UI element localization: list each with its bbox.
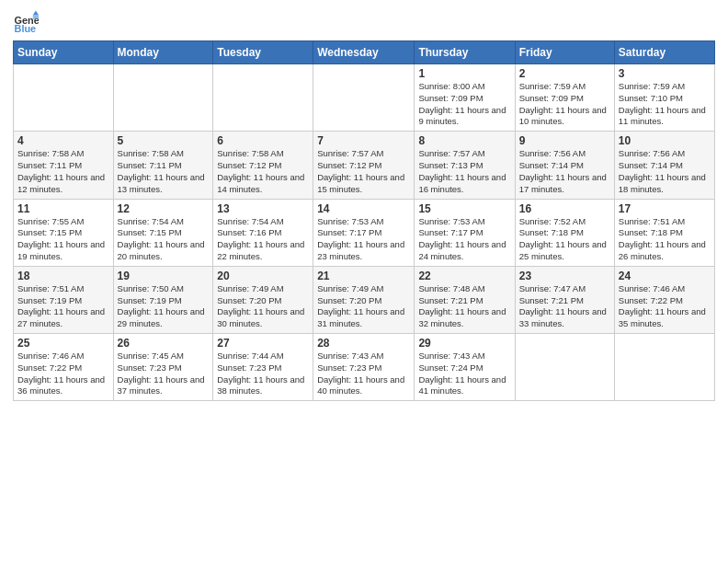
day-number: 13 — [217, 202, 309, 215]
day-info: Sunrise: 7:58 AM Sunset: 7:11 PM Dayligh… — [118, 148, 210, 195]
svg-marker-2 — [33, 11, 39, 16]
calendar-cell: 21Sunrise: 7:49 AM Sunset: 7:20 PM Dayli… — [313, 266, 415, 333]
calendar-week-row: 4Sunrise: 7:58 AM Sunset: 7:11 PM Daylig… — [14, 132, 715, 199]
day-info: Sunrise: 7:50 AM Sunset: 7:19 PM Dayligh… — [118, 283, 210, 330]
calendar-cell: 28Sunrise: 7:43 AM Sunset: 7:23 PM Dayli… — [313, 334, 415, 401]
weekday-header-friday: Friday — [515, 41, 614, 64]
weekday-header-thursday: Thursday — [415, 41, 515, 64]
calendar-cell — [515, 334, 614, 401]
day-number: 14 — [317, 202, 410, 215]
calendar-cell: 4Sunrise: 7:58 AM Sunset: 7:11 PM Daylig… — [14, 132, 114, 199]
day-number: 9 — [519, 134, 610, 147]
day-number: 15 — [418, 202, 510, 215]
day-number: 28 — [317, 337, 410, 350]
day-info: Sunrise: 7:59 AM Sunset: 7:10 PM Dayligh… — [619, 81, 711, 128]
calendar-cell: 8Sunrise: 7:57 AM Sunset: 7:13 PM Daylig… — [415, 132, 515, 199]
calendar-cell: 19Sunrise: 7:50 AM Sunset: 7:19 PM Dayli… — [113, 266, 213, 333]
calendar-week-row: 18Sunrise: 7:51 AM Sunset: 7:19 PM Dayli… — [14, 266, 715, 333]
page: General Blue SundayMondayTuesdayWednesda… — [0, 0, 728, 563]
day-number: 18 — [17, 270, 109, 282]
day-info: Sunrise: 7:54 AM Sunset: 7:16 PM Dayligh… — [217, 216, 309, 263]
calendar-cell: 11Sunrise: 7:55 AM Sunset: 7:15 PM Dayli… — [14, 199, 114, 266]
day-info: Sunrise: 7:46 AM Sunset: 7:22 PM Dayligh… — [619, 283, 711, 330]
day-number: 17 — [619, 202, 711, 215]
logo: General Blue — [13, 9, 39, 35]
day-info: Sunrise: 7:44 AM Sunset: 7:23 PM Dayligh… — [217, 350, 309, 397]
day-info: Sunrise: 8:00 AM Sunset: 7:09 PM Dayligh… — [418, 81, 510, 128]
calendar-cell: 13Sunrise: 7:54 AM Sunset: 7:16 PM Dayli… — [213, 199, 313, 266]
calendar-cell: 9Sunrise: 7:56 AM Sunset: 7:14 PM Daylig… — [515, 132, 614, 199]
calendar-cell — [313, 64, 415, 132]
weekday-header-wednesday: Wednesday — [313, 41, 415, 64]
calendar-cell: 12Sunrise: 7:54 AM Sunset: 7:15 PM Dayli… — [113, 199, 213, 266]
calendar-cell: 23Sunrise: 7:47 AM Sunset: 7:21 PM Dayli… — [515, 266, 614, 333]
day-number: 25 — [17, 337, 109, 350]
day-number: 23 — [519, 270, 610, 282]
day-info: Sunrise: 7:55 AM Sunset: 7:15 PM Dayligh… — [17, 216, 109, 263]
calendar-cell: 6Sunrise: 7:58 AM Sunset: 7:12 PM Daylig… — [213, 132, 313, 199]
calendar-cell — [614, 334, 714, 401]
day-number: 11 — [17, 202, 109, 215]
day-number: 21 — [317, 270, 410, 282]
day-info: Sunrise: 7:51 AM Sunset: 7:18 PM Dayligh… — [619, 216, 711, 263]
weekday-header-sunday: Sunday — [14, 41, 114, 64]
day-info: Sunrise: 7:59 AM Sunset: 7:09 PM Dayligh… — [519, 81, 610, 128]
day-info: Sunrise: 7:43 AM Sunset: 7:23 PM Dayligh… — [317, 350, 410, 397]
calendar-cell: 14Sunrise: 7:53 AM Sunset: 7:17 PM Dayli… — [313, 199, 415, 266]
day-info: Sunrise: 7:53 AM Sunset: 7:17 PM Dayligh… — [418, 216, 510, 263]
day-info: Sunrise: 7:51 AM Sunset: 7:19 PM Dayligh… — [17, 283, 109, 330]
calendar-week-row: 25Sunrise: 7:46 AM Sunset: 7:22 PM Dayli… — [14, 334, 715, 401]
day-info: Sunrise: 7:58 AM Sunset: 7:12 PM Dayligh… — [217, 148, 309, 195]
weekday-header-tuesday: Tuesday — [213, 41, 313, 64]
calendar-cell: 25Sunrise: 7:46 AM Sunset: 7:22 PM Dayli… — [14, 334, 114, 401]
day-info: Sunrise: 7:58 AM Sunset: 7:11 PM Dayligh… — [17, 148, 109, 195]
day-number: 27 — [217, 337, 309, 350]
calendar-cell — [14, 64, 114, 132]
calendar-cell: 10Sunrise: 7:56 AM Sunset: 7:14 PM Dayli… — [614, 132, 714, 199]
logo-icon: General Blue — [13, 9, 39, 35]
day-number: 12 — [118, 202, 210, 215]
day-number: 8 — [418, 134, 510, 147]
day-number: 22 — [418, 270, 510, 282]
svg-text:Blue: Blue — [15, 23, 37, 34]
day-info: Sunrise: 7:43 AM Sunset: 7:24 PM Dayligh… — [418, 350, 510, 397]
day-info: Sunrise: 7:45 AM Sunset: 7:23 PM Dayligh… — [118, 350, 210, 397]
calendar-cell: 17Sunrise: 7:51 AM Sunset: 7:18 PM Dayli… — [614, 199, 714, 266]
day-number: 1 — [418, 67, 510, 80]
day-info: Sunrise: 7:57 AM Sunset: 7:12 PM Dayligh… — [317, 148, 410, 195]
day-number: 2 — [519, 67, 610, 80]
calendar-cell: 22Sunrise: 7:48 AM Sunset: 7:21 PM Dayli… — [415, 266, 515, 333]
calendar-cell: 29Sunrise: 7:43 AM Sunset: 7:24 PM Dayli… — [415, 334, 515, 401]
svg-marker-3 — [33, 15, 39, 19]
day-info: Sunrise: 7:57 AM Sunset: 7:13 PM Dayligh… — [418, 148, 510, 195]
day-info: Sunrise: 7:46 AM Sunset: 7:22 PM Dayligh… — [17, 350, 109, 397]
calendar-cell: 7Sunrise: 7:57 AM Sunset: 7:12 PM Daylig… — [313, 132, 415, 199]
calendar-cell: 1Sunrise: 8:00 AM Sunset: 7:09 PM Daylig… — [415, 64, 515, 132]
weekday-header-monday: Monday — [113, 41, 213, 64]
day-number: 7 — [317, 134, 410, 147]
day-number: 26 — [118, 337, 210, 350]
day-number: 6 — [217, 134, 309, 147]
day-info: Sunrise: 7:49 AM Sunset: 7:20 PM Dayligh… — [317, 283, 410, 330]
calendar-cell: 24Sunrise: 7:46 AM Sunset: 7:22 PM Dayli… — [614, 266, 714, 333]
calendar-table: SundayMondayTuesdayWednesdayThursdayFrid… — [13, 40, 715, 401]
day-number: 29 — [418, 337, 510, 350]
calendar-cell: 5Sunrise: 7:58 AM Sunset: 7:11 PM Daylig… — [113, 132, 213, 199]
calendar-cell: 18Sunrise: 7:51 AM Sunset: 7:19 PM Dayli… — [14, 266, 114, 333]
day-number: 3 — [619, 67, 711, 80]
day-info: Sunrise: 7:53 AM Sunset: 7:17 PM Dayligh… — [317, 216, 410, 263]
day-info: Sunrise: 7:49 AM Sunset: 7:20 PM Dayligh… — [217, 283, 309, 330]
calendar-cell — [213, 64, 313, 132]
calendar-cell: 2Sunrise: 7:59 AM Sunset: 7:09 PM Daylig… — [515, 64, 614, 132]
calendar-cell: 26Sunrise: 7:45 AM Sunset: 7:23 PM Dayli… — [113, 334, 213, 401]
day-info: Sunrise: 7:54 AM Sunset: 7:15 PM Dayligh… — [118, 216, 210, 263]
header: General Blue — [13, 9, 715, 35]
weekday-header-saturday: Saturday — [614, 41, 714, 64]
calendar-cell — [113, 64, 213, 132]
day-info: Sunrise: 7:56 AM Sunset: 7:14 PM Dayligh… — [619, 148, 711, 195]
day-number: 4 — [17, 134, 109, 147]
calendar-week-row: 11Sunrise: 7:55 AM Sunset: 7:15 PM Dayli… — [14, 199, 715, 266]
day-number: 24 — [619, 270, 711, 282]
day-number: 20 — [217, 270, 309, 282]
calendar-cell: 3Sunrise: 7:59 AM Sunset: 7:10 PM Daylig… — [614, 64, 714, 132]
